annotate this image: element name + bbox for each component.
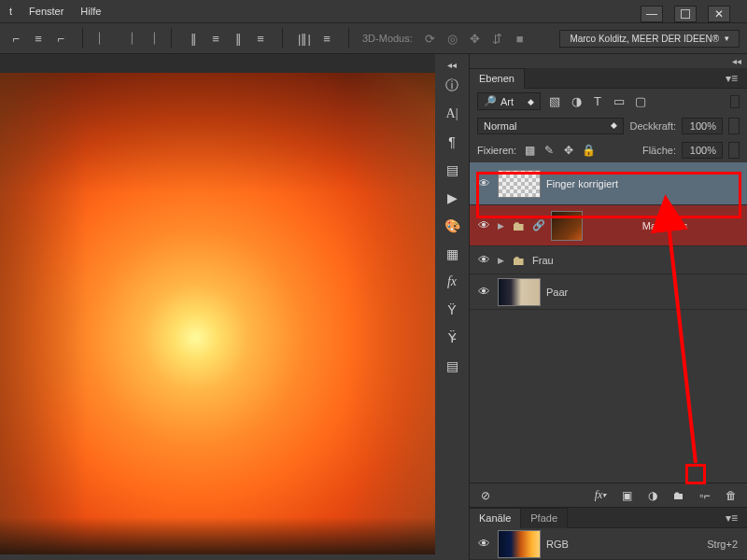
disclosure-triangle-icon[interactable]: ▶ bbox=[498, 256, 504, 265]
visibility-toggle[interactable]: 👁 bbox=[475, 285, 492, 299]
align-right-icon[interactable]: ⎹ bbox=[141, 30, 158, 47]
distribute-vc-icon[interactable]: ≡ bbox=[252, 30, 269, 47]
spacing-v-icon[interactable]: ≡ bbox=[318, 30, 335, 47]
visibility-toggle[interactable]: 👁 bbox=[475, 176, 492, 190]
layer-name[interactable]: Finger korrigiert bbox=[546, 178, 741, 189]
channels-panel: Kanäle Pfade ▾≡ 👁 RGB Strg+2 bbox=[470, 507, 747, 560]
notes-panel-icon[interactable]: ▤ bbox=[439, 156, 465, 184]
clips-panel-icon[interactable]: ▦ bbox=[439, 240, 465, 268]
distribute-hc-icon[interactable]: ‖ bbox=[230, 30, 247, 47]
menu-item-window[interactable]: Fenster bbox=[29, 6, 63, 17]
fill-value[interactable]: 100% bbox=[682, 142, 723, 159]
expand-panels-icon[interactable]: ◂◂ bbox=[447, 58, 457, 72]
info-panel-icon[interactable]: ⓘ bbox=[439, 72, 465, 100]
layer-name[interactable]: Frau bbox=[532, 255, 741, 266]
adjustment-layer-icon[interactable]: ◑ bbox=[644, 487, 661, 504]
filter-kind-dropdown[interactable]: 🔎 Art ◆ bbox=[477, 92, 541, 110]
channels-tab[interactable]: Kanäle bbox=[470, 508, 521, 528]
layer-thumbnail[interactable] bbox=[551, 211, 583, 241]
lock-label: Fixieren: bbox=[477, 145, 516, 156]
window-minimize-button[interactable]: — bbox=[641, 6, 663, 22]
brush-panel-icon[interactable]: Ÿ bbox=[439, 296, 465, 324]
roll-3d-icon[interactable]: ◎ bbox=[444, 30, 461, 47]
filter-type-icon[interactable]: T bbox=[589, 93, 606, 110]
workspace-dropdown[interactable]: Marco Kolditz, MEER DER IDEEN® ▾ bbox=[559, 30, 740, 48]
layers-comp-panel-icon[interactable]: ▤ bbox=[439, 352, 465, 380]
spacing-h-icon[interactable]: |‖| bbox=[296, 30, 313, 47]
new-group-icon[interactable]: 🖿 bbox=[670, 487, 687, 504]
menu-bar: t Fenster Hilfe bbox=[0, 0, 747, 22]
link-layers-icon[interactable]: ⊘ bbox=[477, 487, 494, 504]
window-maximize-button[interactable] bbox=[674, 6, 697, 22]
document-canvas[interactable] bbox=[0, 73, 435, 554]
chevron-down-icon: ▾ bbox=[725, 34, 729, 43]
orbit-3d-icon[interactable]: ⟳ bbox=[422, 30, 439, 47]
paragraph-panel-icon[interactable]: ¶ bbox=[439, 128, 465, 156]
panel-menu-icon[interactable]: ▾≡ bbox=[716, 72, 747, 85]
zoom-3d-icon[interactable]: ■ bbox=[512, 30, 529, 47]
layer-name[interactable]: Paar bbox=[546, 287, 741, 298]
align-top-icon[interactable]: ⌐ bbox=[7, 30, 24, 47]
layers-panel-tabbar: Ebenen ▾≡ bbox=[470, 68, 747, 89]
align-left-icon[interactable]: ⎸ bbox=[96, 30, 113, 47]
layer-group-item[interactable]: 👁 ▶ 🖿 Frau bbox=[470, 246, 747, 274]
options-bar: ⌐ ≡ ⌐ ⎸ ⎹ ⎹ ‖ ≡ ‖ ≡ |‖| ≡ 3D-Modus: ⟳ ◎ … bbox=[0, 22, 747, 54]
opacity-value[interactable]: 100% bbox=[682, 118, 723, 134]
filter-smart-icon[interactable]: ▢ bbox=[632, 93, 649, 110]
visibility-toggle[interactable]: 👁 bbox=[475, 253, 492, 267]
channel-name: RGB bbox=[546, 539, 701, 550]
lock-all-icon[interactable]: 🔒 bbox=[581, 143, 596, 158]
mode-3d-label: 3D-Modus: bbox=[362, 33, 413, 44]
layer-name[interactable]: Mann aus bbox=[588, 220, 741, 231]
layer-effects-icon[interactable]: fx▾ bbox=[592, 487, 609, 504]
disclosure-triangle-icon[interactable]: ▶ bbox=[498, 221, 504, 231]
delete-layer-icon[interactable]: 🗑 bbox=[723, 487, 740, 504]
layer-thumbnail[interactable] bbox=[498, 170, 541, 198]
menu-item[interactable]: t bbox=[9, 6, 12, 17]
fill-label: Fläche: bbox=[642, 145, 676, 156]
window-close-button[interactable]: ✕ bbox=[708, 6, 730, 22]
collapsed-panel-strip: ◂◂ ⓘ A| ¶ ▤ ▶ 🎨 ▦ fx Ÿ Ÿ̵ ▤ bbox=[435, 54, 469, 560]
layer-list: 👁 Finger korrigiert 👁 ▶ 🖿 🔗 Mann aus 👁 bbox=[470, 162, 747, 483]
visibility-toggle[interactable]: 👁 bbox=[475, 537, 492, 551]
channel-item[interactable]: 👁 RGB Strg+2 bbox=[470, 528, 747, 560]
visibility-toggle[interactable]: 👁 bbox=[475, 218, 492, 232]
color-panel-icon[interactable]: 🎨 bbox=[439, 212, 465, 240]
lock-position-icon[interactable]: ✥ bbox=[561, 143, 576, 158]
panel-menu-icon[interactable]: ▾≡ bbox=[716, 511, 747, 525]
layer-thumbnail[interactable] bbox=[498, 278, 541, 306]
filter-kind-label: Art bbox=[500, 96, 514, 107]
layers-tab[interactable]: Ebenen bbox=[470, 68, 525, 89]
distribute-h-icon[interactable]: ‖ bbox=[185, 30, 202, 47]
fill-stepper[interactable] bbox=[728, 142, 740, 159]
layer-filter-row: 🔎 Art ◆ ▧ ◑ T ▭ ▢ bbox=[470, 89, 747, 114]
filter-toggle[interactable] bbox=[730, 95, 740, 108]
styles-panel-icon[interactable]: fx bbox=[439, 268, 465, 296]
paths-tab[interactable]: Pfade bbox=[521, 508, 568, 528]
filter-adjust-icon[interactable]: ◑ bbox=[568, 93, 585, 110]
actions-panel-icon[interactable]: ▶ bbox=[439, 184, 465, 212]
layer-group-item[interactable]: 👁 ▶ 🖿 🔗 Mann aus bbox=[470, 205, 747, 246]
lock-transparency-icon[interactable]: ▩ bbox=[522, 143, 537, 158]
brush-presets-panel-icon[interactable]: Ÿ̵ bbox=[439, 324, 465, 352]
align-hcenter-icon[interactable]: ⎹ bbox=[119, 30, 135, 47]
align-vcenter-icon[interactable]: ≡ bbox=[30, 30, 47, 47]
layer-item[interactable]: 👁 Finger korrigiert bbox=[470, 162, 747, 205]
pan-3d-icon[interactable]: ✥ bbox=[467, 30, 484, 47]
filter-pixel-icon[interactable]: ▧ bbox=[546, 93, 563, 110]
menu-item-help[interactable]: Hilfe bbox=[80, 6, 101, 17]
canvas-area bbox=[0, 54, 435, 560]
collapse-panels-icon[interactable]: ◂◂ bbox=[732, 54, 747, 68]
new-layer-icon[interactable]: ▫⌐ bbox=[697, 487, 713, 504]
layer-item[interactable]: 👁 Paar bbox=[470, 274, 747, 310]
layer-mask-icon[interactable]: ▣ bbox=[618, 487, 635, 504]
blend-mode-dropdown[interactable]: Normal ◆ bbox=[477, 118, 624, 134]
character-panel-icon[interactable]: A| bbox=[439, 100, 465, 128]
document-tab[interactable] bbox=[0, 54, 435, 73]
filter-shape-icon[interactable]: ▭ bbox=[611, 93, 627, 110]
slide-3d-icon[interactable]: ⇵ bbox=[489, 30, 506, 47]
opacity-stepper[interactable] bbox=[728, 118, 740, 134]
lock-pixels-icon[interactable]: ✎ bbox=[542, 143, 557, 158]
align-bottom-icon[interactable]: ⌐ bbox=[52, 30, 69, 47]
distribute-v-icon[interactable]: ≡ bbox=[207, 30, 224, 47]
